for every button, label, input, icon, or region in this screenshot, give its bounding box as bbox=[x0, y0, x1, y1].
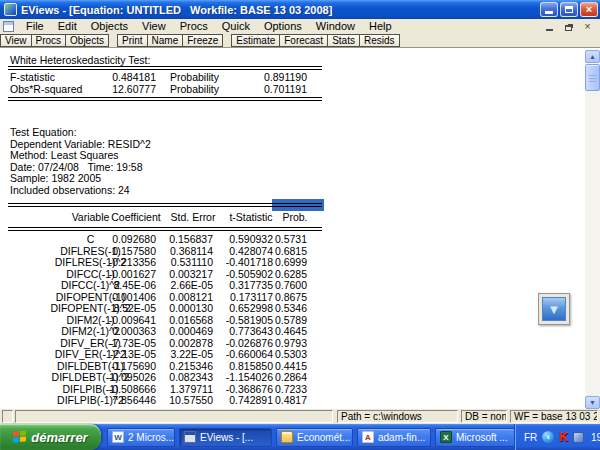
equation-toolbar: View Procs Objects Print Name Freeze Est… bbox=[0, 33, 600, 48]
messenger-icon[interactable]: ‹ bbox=[542, 431, 554, 443]
start-button[interactable]: démarrer bbox=[0, 424, 101, 450]
coefficient-table-header: Variable Coefficient Std. Error t-Statis… bbox=[8, 211, 322, 224]
equation-info-line: Sample: 1982 2005 bbox=[10, 173, 151, 185]
mdi-close-icon[interactable]: × bbox=[581, 21, 594, 32]
status-workfile: WF = base 13 03 2008 bbox=[510, 410, 598, 423]
task-label: 2 Micros... bbox=[128, 432, 174, 443]
vertical-scrollbar[interactable]: ▲ ▼ bbox=[585, 50, 600, 409]
test-title: White Heteroskedasticity Test: bbox=[10, 54, 150, 66]
divider bbox=[8, 66, 322, 70]
pdf-icon: A bbox=[362, 431, 374, 443]
equation-output-view: White Heteroskedasticity Test: F-statist… bbox=[0, 48, 600, 409]
cell-prob: 0.4645 bbox=[263, 326, 307, 338]
table-row: DIFCC(-1)^2 8.45E-06 2.66E-05 0.317735 0… bbox=[8, 280, 322, 292]
cell-coefficient: 7.856446 bbox=[88, 395, 156, 407]
cell-coefficient: 0.000363 bbox=[88, 326, 156, 338]
header-prob: Prob. bbox=[265, 211, 325, 223]
menu-item[interactable]: Window bbox=[309, 19, 362, 33]
window-title: EViews - [Equation: UNTITLED Workfile: B… bbox=[21, 4, 536, 16]
taskbar-window-button[interactable]: X Microsoft ... ▾ bbox=[435, 428, 515, 447]
cell-coefficient: 8.45E-06 bbox=[88, 280, 156, 292]
kaspersky-icon[interactable]: K bbox=[559, 431, 568, 443]
restore-icon[interactable] bbox=[560, 2, 578, 17]
task-label: EViews - [... bbox=[200, 432, 253, 443]
scrollbar-thumb[interactable] bbox=[585, 64, 600, 91]
cell-std-error: 10.57550 bbox=[156, 395, 213, 407]
menu-item[interactable]: File bbox=[19, 19, 51, 33]
toolbar-button[interactable]: Resids bbox=[359, 34, 400, 47]
table-row: DIFLPIB(-1)^2 7.856446 10.57550 0.742891… bbox=[8, 395, 322, 407]
menu-item[interactable]: Procs bbox=[173, 19, 215, 33]
menu-item[interactable]: View bbox=[135, 19, 173, 33]
menu-item[interactable]: Objects bbox=[84, 19, 135, 33]
system-update-icon[interactable] bbox=[573, 432, 584, 443]
scroll-down-float-button[interactable]: ▼ bbox=[538, 293, 570, 325]
scroll-down-icon[interactable]: ▼ bbox=[585, 396, 600, 409]
status-path: Path = c:\windows bbox=[337, 410, 458, 423]
toolbar-button[interactable]: View bbox=[0, 34, 32, 47]
eviews-app-icon bbox=[4, 3, 17, 16]
status-message-area bbox=[15, 410, 333, 423]
cell-std-error: 0.531110 bbox=[156, 257, 213, 269]
cell-prob: 0.2864 bbox=[263, 372, 307, 384]
prob-value: 0.891190 bbox=[243, 72, 307, 84]
prob-label: Probability bbox=[170, 72, 219, 84]
divider bbox=[8, 203, 322, 207]
excel-icon: X bbox=[440, 431, 452, 443]
test-summary: F-statistic 0.484181 Probability 0.89119… bbox=[8, 72, 322, 95]
minimize-icon[interactable] bbox=[540, 2, 558, 17]
menu-item[interactable]: Options bbox=[257, 19, 309, 33]
title-bar[interactable]: EViews - [Equation: UNTITLED Workfile: B… bbox=[0, 0, 600, 19]
taskbar-window-button[interactable]: Economét... ▾ bbox=[276, 428, 353, 447]
stat-value: 0.484181 bbox=[88, 72, 156, 84]
toolbar-button[interactable]: Objects bbox=[65, 34, 109, 47]
taskbar: démarrer W 2 Micros... ▾ EViews - [... ▾… bbox=[0, 424, 600, 450]
status-bar: Path = c:\windows DB = none WF = base 13… bbox=[0, 409, 600, 424]
toolbar-button[interactable]: Print bbox=[117, 34, 148, 47]
task-label: Microsoft ... bbox=[456, 432, 508, 443]
toolbar-button[interactable]: Name bbox=[147, 34, 184, 47]
cell-std-error: 3.22E-05 bbox=[156, 349, 213, 361]
cell-coefficient: -0.213356 bbox=[88, 257, 156, 269]
windows-logo-icon bbox=[13, 430, 26, 443]
cell-coefficient: 8.52E-05 bbox=[88, 303, 156, 315]
toolbar-button[interactable]: Estimate bbox=[231, 34, 280, 47]
cell-std-error: 0.000130 bbox=[156, 303, 213, 315]
toolbar-button[interactable]: Procs bbox=[31, 34, 67, 47]
taskbar-window-button[interactable]: EViews - [... ▾ bbox=[179, 428, 272, 447]
table-row: DIFV_ER(-1)^2 -2.13E-05 3.22E-05 -0.6600… bbox=[8, 349, 322, 361]
menu-item[interactable]: Help bbox=[362, 19, 399, 33]
cell-std-error: 0.156837 bbox=[156, 234, 213, 246]
taskbar-window-button[interactable]: W 2 Micros... ▾ bbox=[107, 428, 175, 447]
menu-item[interactable]: Edit bbox=[51, 19, 84, 33]
menu-item[interactable]: Quick bbox=[215, 19, 257, 33]
close-icon[interactable]: × bbox=[580, 2, 598, 17]
task-label: Economét... bbox=[297, 432, 350, 443]
mdi-restore-icon[interactable] bbox=[562, 21, 575, 32]
taskbar-clock[interactable]: 19:58 bbox=[591, 432, 600, 443]
desktop: EViews - [Equation: UNTITLED Workfile: B… bbox=[0, 0, 600, 450]
cell-prob: 0.5346 bbox=[263, 303, 307, 315]
cell-prob: 0.7600 bbox=[263, 280, 307, 292]
stat-label: Obs*R-squared bbox=[10, 84, 82, 96]
scroll-up-icon[interactable]: ▲ bbox=[585, 50, 600, 63]
toolbar-group-print: Print Name Freeze bbox=[118, 34, 223, 47]
language-indicator[interactable]: FR bbox=[524, 432, 537, 443]
cell-prob: 0.5731 bbox=[263, 234, 307, 246]
cell-coefficient: -2.13E-05 bbox=[88, 349, 156, 361]
system-tray: FR ‹ K 19:58 bbox=[515, 424, 600, 450]
stat-label: F-statistic bbox=[10, 72, 55, 84]
cell-prob: 0.6999 bbox=[263, 257, 307, 269]
toolbar-button[interactable]: Stats bbox=[327, 34, 360, 47]
mdi-minimize-icon[interactable] bbox=[543, 21, 556, 32]
table-row: DIFLDEBT(-1)^2 -0.095026 0.082343 -1.154… bbox=[8, 372, 322, 384]
equation-info-line: Included observations: 24 bbox=[10, 185, 151, 197]
prob-value: 0.701191 bbox=[243, 84, 307, 96]
equation-info-line: Method: Least Squares bbox=[10, 150, 151, 162]
toolbar-button[interactable]: Forecast bbox=[279, 34, 328, 47]
taskbar-window-button[interactable]: A adam-fin... ▾ bbox=[357, 428, 431, 447]
status-db: DB = none bbox=[461, 410, 507, 423]
task-buttons: W 2 Micros... ▾ EViews - [... ▾ Economét… bbox=[107, 428, 515, 447]
toolbar-button[interactable]: Freeze bbox=[182, 34, 223, 47]
summary-row: Obs*R-squared 12.60777 Probability 0.701… bbox=[8, 84, 322, 96]
